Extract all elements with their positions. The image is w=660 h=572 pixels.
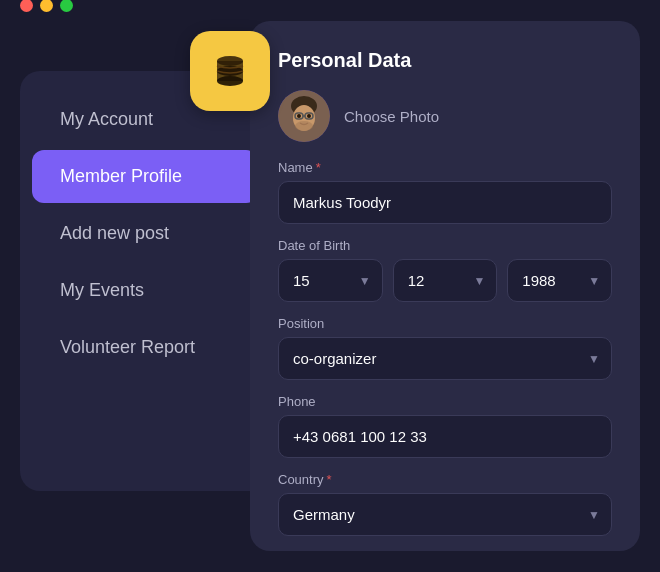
country-required: *	[327, 472, 332, 487]
svg-point-3	[217, 76, 243, 86]
main-card: Personal Data	[250, 21, 640, 551]
sidebar-item-my-events[interactable]: My Events	[32, 264, 258, 317]
avatar	[278, 90, 330, 142]
close-dot[interactable]	[20, 0, 33, 12]
dob-group: Date of Birth 15 ▼ 12 ▼ 1988	[278, 238, 612, 302]
dob-month-select[interactable]: 12	[393, 259, 498, 302]
database-icon	[208, 49, 252, 93]
phone-input[interactable]	[278, 415, 612, 458]
sidebar-item-volunteer-report[interactable]: Volunteer Report	[32, 321, 258, 374]
name-group: Name*	[278, 160, 612, 224]
date-row: 15 ▼ 12 ▼ 1988 ▼	[278, 259, 612, 302]
name-label: Name*	[278, 160, 612, 175]
country-group: Country* Germany Austria Switzerland Fra…	[278, 472, 612, 536]
minimize-dot[interactable]	[40, 0, 53, 12]
sidebar-item-add-new-post[interactable]: Add new post	[32, 207, 258, 260]
dob-day-select[interactable]: 15	[278, 259, 383, 302]
position-group: Position co-organizer organizer voluntee…	[278, 316, 612, 380]
sidebar-item-member-profile[interactable]: Member Profile	[32, 150, 258, 203]
avatar-row: Choose Photo	[278, 90, 612, 142]
day-wrapper: 15 ▼	[278, 259, 383, 302]
svg-point-12	[295, 121, 313, 131]
svg-point-7	[297, 114, 301, 118]
position-wrapper: co-organizer organizer volunteer member …	[278, 337, 612, 380]
phone-label: Phone	[278, 394, 612, 409]
maximize-dot[interactable]	[60, 0, 73, 12]
section-title: Personal Data	[278, 49, 612, 72]
country-select[interactable]: Germany Austria Switzerland France UK US…	[278, 493, 612, 536]
phone-group: Phone	[278, 394, 612, 458]
sidebar-card: My Account Member Profile Add new post M…	[20, 71, 270, 491]
app-icon	[190, 31, 270, 111]
year-wrapper: 1988 ▼	[507, 259, 612, 302]
window-controls	[20, 0, 73, 12]
position-select[interactable]: co-organizer organizer volunteer member	[278, 337, 612, 380]
country-label: Country*	[278, 472, 612, 487]
svg-point-8	[307, 114, 311, 118]
country-wrapper: Germany Austria Switzerland France UK US…	[278, 493, 612, 536]
choose-photo-label[interactable]: Choose Photo	[344, 108, 439, 125]
dob-year-select[interactable]: 1988	[507, 259, 612, 302]
position-label: Position	[278, 316, 612, 331]
month-wrapper: 12 ▼	[393, 259, 498, 302]
name-input[interactable]	[278, 181, 612, 224]
dob-label: Date of Birth	[278, 238, 612, 253]
name-required: *	[316, 160, 321, 175]
